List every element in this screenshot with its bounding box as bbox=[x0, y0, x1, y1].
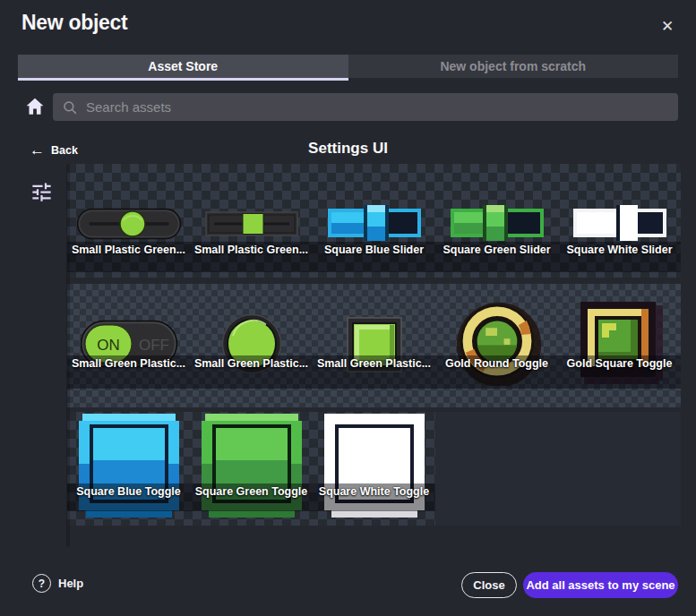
asset-label-strip: Small Plastic Green... bbox=[190, 242, 313, 272]
asset-label-strip: Small Green Plastic... bbox=[313, 355, 435, 389]
asset-label-strip: Square White Slider bbox=[558, 242, 681, 272]
asset-label-strip: Gold Round Toggle bbox=[435, 355, 558, 389]
asset-label: Square White Slider bbox=[566, 242, 672, 272]
asset-label-strip: Square Green Slider bbox=[435, 242, 558, 272]
asset-label: Small Plastic Green... bbox=[194, 242, 308, 272]
asset-label: Small Plastic Green... bbox=[72, 242, 185, 272]
search-input[interactable] bbox=[86, 99, 669, 115]
help-icon: ? bbox=[32, 574, 51, 593]
asset-tile-small-plastic-green-slider-square[interactable]: Small Plastic Green... bbox=[190, 164, 313, 278]
asset-tile-small-green-plastic-onoff[interactable]: ON OFF Small Green Plastic... bbox=[67, 284, 190, 407]
asset-tile-small-green-plastic-round[interactable]: Small Green Plastic... bbox=[190, 284, 313, 407]
asset-grid: Small Plastic Green... Small Plastic Gre… bbox=[67, 164, 681, 526]
asset-label-strip: Square Blue Slider bbox=[313, 242, 435, 272]
pixel-white-slider-art bbox=[573, 205, 666, 241]
asset-tile-gold-round-toggle[interactable]: Gold Round Toggle bbox=[435, 284, 558, 407]
close-icon[interactable]: ✕ bbox=[656, 14, 679, 38]
asset-label: Gold Round Toggle bbox=[445, 355, 548, 389]
asset-label: Square Green Slider bbox=[443, 242, 550, 272]
close-button[interactable]: Close bbox=[461, 572, 517, 598]
asset-label: Small Green Plastic... bbox=[194, 355, 308, 389]
add-all-assets-button[interactable]: Add all assets to my scene bbox=[523, 572, 678, 598]
asset-label: Square Green Toggle bbox=[195, 483, 308, 511]
asset-tile-small-green-plastic-square[interactable]: Small Green Plastic... bbox=[313, 284, 435, 407]
asset-row-toggles: ON OFF Small Green Plastic... Small Gree… bbox=[67, 284, 681, 407]
rect-slider-art bbox=[205, 211, 298, 236]
asset-label: Square Blue Toggle bbox=[76, 483, 180, 511]
asset-label-strip: Small Green Plastic... bbox=[67, 355, 190, 389]
tab-asset-store[interactable]: Asset Store bbox=[18, 55, 348, 78]
pixel-green-slider-art bbox=[451, 205, 544, 241]
asset-tile-square-blue-slider[interactable]: Square Blue Slider bbox=[313, 164, 435, 278]
help-label: Help bbox=[58, 577, 83, 590]
asset-row-square-toggles: Square Blue Toggle Square Green To bbox=[67, 412, 681, 526]
asset-label: Small Green Plastic... bbox=[72, 355, 185, 389]
asset-label: Small Green Plastic... bbox=[317, 355, 431, 389]
toggle-on-text: ON bbox=[97, 337, 120, 354]
tab-new-object-from-scratch[interactable]: New object from scratch bbox=[348, 55, 679, 78]
tab-bar: Asset Store New object from scratch bbox=[18, 55, 678, 81]
asset-label: Gold Square Toggle bbox=[567, 355, 673, 389]
help-button[interactable]: ? Help bbox=[32, 574, 83, 593]
search-bar[interactable] bbox=[53, 93, 678, 121]
pixel-blue-slider-art bbox=[328, 205, 421, 241]
tab-label: New object from scratch bbox=[440, 59, 586, 73]
asset-tile-square-green-slider[interactable]: Square Green Slider bbox=[435, 164, 558, 278]
checker-area: Square Blue Toggle Square Green To bbox=[67, 412, 435, 526]
asset-label-strip: Square Blue Toggle bbox=[67, 483, 190, 511]
asset-label-strip: Small Green Plastic... bbox=[190, 355, 313, 389]
filter-icon[interactable] bbox=[30, 180, 54, 204]
asset-tile-square-green-toggle[interactable]: Square Green Toggle bbox=[190, 412, 313, 526]
asset-tile-square-blue-toggle[interactable]: Square Blue Toggle bbox=[67, 412, 190, 526]
toggle-off-text: OFF bbox=[139, 337, 169, 354]
asset-label: Square Blue Slider bbox=[324, 242, 424, 272]
new-object-dialog: New object ✕ Asset Store New object from… bbox=[0, 0, 696, 616]
asset-tile-square-white-slider[interactable]: Square White Slider bbox=[558, 164, 681, 278]
asset-label-strip: Square White Toggle bbox=[313, 483, 435, 511]
home-icon[interactable] bbox=[24, 95, 46, 118]
asset-tile-small-plastic-green-slider-round[interactable]: Small Plastic Green... bbox=[67, 164, 190, 278]
asset-label-strip: Gold Square Toggle bbox=[558, 355, 681, 389]
round-pill-slider-art bbox=[76, 208, 182, 240]
asset-row-sliders: Small Plastic Green... Small Plastic Gre… bbox=[67, 164, 681, 278]
tab-label: Asset Store bbox=[148, 59, 218, 73]
asset-label: Square White Toggle bbox=[319, 483, 429, 511]
asset-tile-gold-square-toggle[interactable]: Gold Square Toggle bbox=[558, 284, 681, 407]
asset-label-strip: Small Plastic Green... bbox=[67, 242, 190, 272]
search-icon bbox=[62, 99, 78, 116]
asset-tile-square-white-toggle[interactable]: Square White Toggle bbox=[313, 412, 435, 526]
asset-label-strip: Square Green Toggle bbox=[190, 483, 313, 511]
section-title: Settings UI bbox=[0, 140, 696, 158]
dialog-title: New object bbox=[21, 11, 127, 35]
